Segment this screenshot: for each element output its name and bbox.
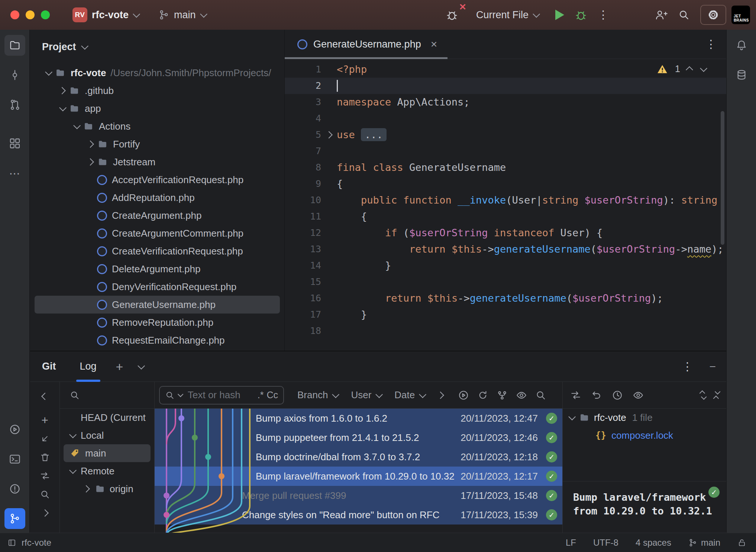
branch-search[interactable] (60, 382, 154, 409)
code-line[interactable]: 18 (285, 323, 726, 339)
code-line[interactable]: 16 return $this->generateUsername($userO… (285, 290, 726, 306)
close-tab-button[interactable]: × (431, 38, 437, 51)
commit-toolwindow-button[interactable] (4, 65, 25, 85)
code-line[interactable]: 3 namespace App\Actions; (285, 94, 726, 110)
commit-row[interactable]: Bump puppeteer from 21.4.1 to 21.5.2 20/… (155, 428, 562, 447)
refresh-button[interactable] (477, 390, 488, 401)
project-tree-item[interactable]: rfc-vote /Users/John.Smith/PhpstormProje… (35, 64, 280, 82)
code-line[interactable]: 2 (285, 78, 726, 94)
code-line[interactable]: 12 if ($userOrString instanceof User) { (285, 225, 726, 241)
search-branches-button[interactable] (36, 485, 54, 504)
project-tree-item[interactable]: CreateArgument.php (35, 207, 280, 224)
more-filters-button[interactable] (437, 392, 444, 399)
run-config-selector[interactable]: Current File (471, 6, 543, 24)
line-separator-widget[interactable]: LF (566, 538, 576, 548)
lock-icon[interactable] (737, 538, 746, 547)
project-tree-item[interactable]: Jetstream (35, 153, 280, 171)
collapse-panel-button[interactable] (36, 387, 54, 406)
chevron-down-icon[interactable] (138, 362, 145, 369)
fold-marker-icon[interactable] (321, 127, 337, 143)
code-line[interactable]: 11 { (285, 208, 726, 225)
project-tree-item[interactable]: Actions (35, 117, 280, 135)
project-tree-item[interactable]: AddReputation.php (35, 189, 280, 207)
editor-scrollbar[interactable] (721, 111, 724, 245)
changed-files-root[interactable]: rfc-vote 1 file (563, 409, 726, 426)
branch-selector[interactable]: main (153, 6, 211, 24)
code-line[interactable]: 5 use ... (285, 127, 726, 143)
maximize-window-button[interactable] (41, 10, 50, 19)
git-toolwindow-button[interactable] (4, 508, 25, 529)
new-tab-button[interactable]: + (116, 360, 123, 373)
previous-warning-button[interactable] (686, 66, 693, 74)
minimize-window-button[interactable] (26, 10, 35, 19)
code-area[interactable]: 1 <?php 2 3 namespace App\Actions; 4 5 u… (285, 61, 726, 339)
show-diff-button[interactable] (570, 390, 581, 401)
project-tree-item[interactable]: AcceptVerificationRequest.php (35, 171, 280, 189)
code-line[interactable]: 9 { (285, 176, 726, 192)
chevron-down-icon[interactable] (55, 106, 69, 111)
project-tree-item[interactable]: RequestEmailChange.php (35, 331, 280, 349)
code-with-me-button[interactable] (650, 6, 673, 24)
commit-row[interactable]: Merge pull request #399 17/11/2023, 15:4… (155, 486, 562, 505)
code-line[interactable]: 10 public function __invoke(User|string … (285, 192, 726, 208)
status-project-widget[interactable]: rfc-vote (7, 538, 51, 548)
project-tree-item[interactable]: CreateArgumentComment.php (35, 224, 280, 242)
rollback-button[interactable] (591, 390, 602, 401)
project-tree-item[interactable]: .github (35, 82, 280, 100)
project-toolwindow-button[interactable] (4, 35, 25, 56)
code-line[interactable]: 4 (285, 110, 726, 127)
problems-toolwindow-button[interactable] (4, 478, 25, 499)
code-line[interactable]: 8 final class GenerateUsername (285, 159, 726, 176)
delete-branch-button[interactable] (36, 448, 54, 467)
run-button[interactable] (550, 7, 569, 23)
project-tree-item[interactable]: CreateVerificationRequest.php (35, 242, 280, 260)
settings-button[interactable] (700, 5, 726, 25)
code-line[interactable]: 7 (285, 143, 726, 159)
branch-graph-button[interactable] (497, 390, 508, 401)
project-selector[interactable]: RV rfc-vote (67, 4, 143, 25)
notifications-button[interactable] (731, 35, 752, 56)
chevron-down-icon[interactable] (70, 124, 83, 129)
editor-options-button[interactable]: ⋮ (705, 39, 717, 50)
project-tree-item[interactable]: app (35, 100, 280, 117)
date-filter[interactable]: Date (394, 389, 424, 401)
changed-file-row[interactable]: {} composer.lock (563, 426, 726, 444)
structure-toolwindow-button[interactable] (4, 133, 25, 154)
project-tree-item[interactable]: Fortify (35, 135, 280, 153)
user-filter[interactable]: User (351, 389, 381, 401)
chevron-right-icon[interactable] (84, 142, 97, 147)
compare-branches-button[interactable] (36, 467, 54, 485)
pull-requests-toolwindow-button[interactable] (4, 94, 25, 115)
branch-group-local[interactable]: Local (60, 426, 154, 444)
more-actions-button[interactable]: ⋮ (592, 6, 614, 23)
add-branch-button[interactable]: + (36, 411, 54, 429)
database-toolwindow-button[interactable] (731, 65, 752, 85)
preview-eye-button[interactable] (516, 390, 527, 401)
code-line[interactable]: 14 } (285, 257, 726, 274)
inspections-widget[interactable]: 1 (657, 64, 705, 74)
match-case-toggle[interactable]: Cc (266, 390, 278, 400)
chevron-down-icon[interactable] (41, 70, 55, 75)
collapse-all-button[interactable] (715, 390, 719, 400)
indent-widget[interactable]: 4 spaces (636, 538, 671, 548)
checkout-button[interactable] (36, 429, 54, 448)
history-button[interactable] (612, 390, 623, 401)
close-window-button[interactable] (10, 10, 19, 19)
editor-tab[interactable]: GenerateUsername.php × (285, 30, 448, 59)
chevron-right-icon[interactable] (84, 159, 97, 165)
code-line[interactable]: 13 return $this->generateUsername($userO… (285, 241, 726, 257)
git-log-tab[interactable]: Log (80, 351, 97, 381)
status-branch-widget[interactable]: main (688, 538, 720, 548)
branch-filter[interactable]: Branch (297, 389, 337, 401)
commit-search-input[interactable]: Text or hash .* Cc (159, 386, 284, 405)
project-panel-header[interactable]: Project (30, 30, 284, 64)
expand-all-button[interactable] (701, 390, 705, 400)
commit-row[interactable]: Bump laravel/framework from 10.29.0 to 1… (155, 467, 562, 486)
commit-row[interactable]: Bump axios from 1.6.0 to 1.6.2 20/11/202… (155, 409, 562, 428)
commit-row[interactable]: Bump doctrine/dbal from 3.7.0 to 3.7.2 2… (155, 447, 562, 467)
mute-breakpoints-button[interactable]: ✕ (440, 6, 463, 24)
show-more-button[interactable] (36, 504, 54, 522)
search-everywhere-button[interactable] (673, 6, 695, 24)
debug-button[interactable] (569, 6, 592, 24)
project-tree-item[interactable]: DenyVerificationRequest.php (35, 278, 280, 296)
